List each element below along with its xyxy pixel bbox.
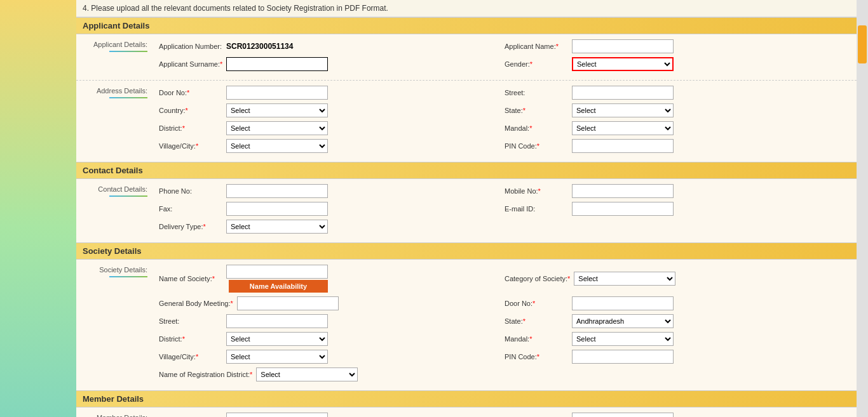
contact-details-section: Contact Details Contact Details: Phone N… xyxy=(76,162,857,242)
district-cell: District:* Select xyxy=(159,121,505,135)
soc-door-label: Door No:* xyxy=(505,300,568,307)
scrollbar-thumb[interactable] xyxy=(858,25,867,63)
left-sidebar xyxy=(0,0,76,417)
member-side-label: Member Details: xyxy=(97,414,147,417)
phone-input[interactable] xyxy=(226,184,328,198)
society-form-area: Name of Society:* Name Availability Cate… xyxy=(153,260,857,390)
street-input[interactable] xyxy=(572,86,674,100)
address-side-label: Address Details: xyxy=(97,87,147,95)
soc-street-label: Street: xyxy=(159,317,222,325)
general-body-input[interactable] xyxy=(237,296,339,310)
contact-details-header: Contact Details xyxy=(76,162,857,179)
name-availability-button[interactable]: Name Availability xyxy=(229,280,328,293)
soc-mandal-select[interactable]: Select xyxy=(572,332,674,346)
general-body-cell: General Body Meeting:* xyxy=(159,296,505,310)
applicant-name-cell: Applicant Name:* xyxy=(505,39,850,53)
soc-mandal-cell: Mandal:* Select xyxy=(505,332,850,346)
country-cell: Country:* Select xyxy=(159,103,505,117)
applicant-label-col: Applicant Details: xyxy=(76,34,153,80)
village-label: Village/City:* xyxy=(159,142,222,150)
applicant-name-label: Applicant Name:* xyxy=(505,43,568,50)
notice-text: 4. Please upload all the relevant docume… xyxy=(83,4,388,13)
address-details-body: Address Details: Door No:* Street: xyxy=(76,80,857,162)
applicant-details-section: Applicant Details Applicant Details: App… xyxy=(76,17,857,162)
form-row-soc-street: Street: State:* Andhrapradesh xyxy=(159,314,850,328)
delivery-select[interactable]: Select xyxy=(226,220,328,234)
mandal-cell: Mandal:* Select xyxy=(505,121,850,135)
contact-side-label: Contact Details: xyxy=(98,185,147,193)
applicant-details-body: Applicant Details: Application Number: S… xyxy=(76,34,857,80)
district-label: District:* xyxy=(159,124,222,132)
member-name-input[interactable] xyxy=(226,413,328,417)
address-underline xyxy=(109,97,147,98)
soc-pin-cell: PIN Code:* xyxy=(505,350,850,364)
soc-door-input[interactable] xyxy=(572,296,674,310)
country-select[interactable]: Select xyxy=(226,103,328,117)
email-cell: E-mail ID: xyxy=(505,202,850,216)
contact-label-col: Contact Details: xyxy=(76,179,153,242)
member-details-body: Member Details: Member Name:* xyxy=(76,407,857,417)
form-row-phone: Phone No: Mobile No:* xyxy=(159,184,850,198)
society-name-cell: Name of Society:* Name Availability xyxy=(159,265,505,293)
door-label: Door No:* xyxy=(159,89,222,96)
mobile-input[interactable] xyxy=(572,184,674,198)
email-label: E-mail ID: xyxy=(505,205,568,213)
form-row-country: Country:* Select State:* Select xyxy=(159,103,850,117)
email-input[interactable] xyxy=(572,202,674,216)
fax-label: Fax: xyxy=(159,205,222,213)
country-label: Country:* xyxy=(159,107,222,114)
state-select[interactable]: Select xyxy=(572,103,674,117)
contact-form-area: Phone No: Mobile No:* Fax xyxy=(153,179,857,242)
street-label: Street: xyxy=(505,89,568,96)
society-side-label: Society Details: xyxy=(99,266,147,274)
mandal-select[interactable]: Select xyxy=(572,121,674,135)
surname-label: Applicant Surname:* xyxy=(159,60,222,68)
phone-label: Phone No: xyxy=(159,187,222,195)
app-num-value: SCR012300051134 xyxy=(226,42,293,51)
member-surname-input[interactable] xyxy=(572,413,674,417)
pin-input[interactable] xyxy=(572,139,674,153)
soc-district-select[interactable]: Select xyxy=(226,332,328,346)
applicant-underline xyxy=(109,51,147,52)
soc-street-cell: Street: xyxy=(159,314,505,328)
pin-cell: PIN Code:* xyxy=(505,139,850,153)
category-label: Category of Society:* xyxy=(505,275,570,282)
member-surname-cell: Member Surname:* xyxy=(505,413,850,417)
soc-street-input[interactable] xyxy=(226,314,328,328)
society-name-group: Name Availability xyxy=(226,265,328,293)
applicant-details-header: Applicant Details xyxy=(76,17,857,34)
reg-district-select[interactable]: Select xyxy=(256,367,358,381)
surname-cell: Applicant Surname:* xyxy=(159,57,505,71)
soc-pin-input[interactable] xyxy=(572,350,674,364)
gender-select[interactable]: Select xyxy=(572,57,674,71)
soc-state-select[interactable]: Andhrapradesh xyxy=(572,314,674,328)
society-name-input[interactable] xyxy=(226,265,328,279)
fax-cell: Fax: xyxy=(159,202,505,216)
state-label: State:* xyxy=(505,107,568,114)
mobile-cell: Mobile No:* xyxy=(505,184,850,198)
street-cell: Street: xyxy=(505,86,850,100)
category-select[interactable]: Select xyxy=(574,272,675,286)
soc-village-select[interactable]: Select xyxy=(226,350,328,364)
right-scrollbar[interactable] xyxy=(857,0,868,417)
delivery-cell: Delivery Type:* Select xyxy=(159,220,505,234)
village-select[interactable]: Select xyxy=(226,139,328,153)
village-cell: Village/City:* Select xyxy=(159,139,505,153)
soc-district-cell: District:* Select xyxy=(159,332,505,346)
fax-input[interactable] xyxy=(226,202,328,216)
applicant-name-input[interactable] xyxy=(572,39,674,53)
district-select[interactable]: Select xyxy=(226,121,328,135)
door-cell: Door No:* xyxy=(159,86,505,100)
form-row-society-name: Name of Society:* Name Availability Cate… xyxy=(159,265,850,293)
applicant-side-label: Applicant Details: xyxy=(93,41,147,48)
soc-pin-label: PIN Code:* xyxy=(505,353,568,361)
door-input[interactable] xyxy=(226,86,328,100)
member-label-col: Member Details: xyxy=(76,407,153,417)
surname-input[interactable] xyxy=(226,57,328,71)
address-label-col: Address Details: xyxy=(76,81,153,162)
notice-bar: 4. Please upload all the relevant docume… xyxy=(76,0,857,17)
main-content: 4. Please upload all the relevant docume… xyxy=(76,0,857,417)
form-row-member-name: Member Name:* Member Surname:* xyxy=(159,413,850,417)
member-details-header: Member Details xyxy=(76,390,857,407)
form-row-surname: Applicant Surname:* Gender:* Select xyxy=(159,57,850,71)
